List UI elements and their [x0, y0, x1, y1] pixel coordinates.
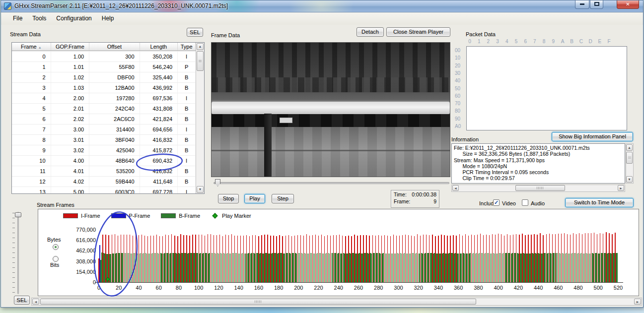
table-row[interactable]: 104.0048B640690,432I — [12, 156, 196, 166]
stream-frames-panel: I-FrameP-FrameB-FramePlay Marker Bytes B… — [38, 209, 639, 296]
cell-frame: 9 — [12, 145, 51, 155]
column-header-type[interactable]: Type — [178, 43, 196, 51]
stream-frames-sel-button[interactable]: SEL — [14, 296, 30, 305]
step-button[interactable]: Step — [272, 194, 294, 203]
scroll-down-icon[interactable]: ▼ — [626, 176, 633, 183]
table-row[interactable]: 52.01242C40431,808B — [12, 104, 196, 114]
trackbar-track[interactable] — [17, 212, 19, 294]
hex-row-header: 50 — [455, 86, 460, 91]
stream-data-sel-button[interactable]: SEL — [187, 28, 203, 37]
scrollbar-thumb[interactable] — [626, 152, 633, 164]
cell-length: 416,832 — [140, 166, 178, 176]
svg-text:460: 460 — [554, 285, 563, 291]
cell-gop-frame: 3.00 — [51, 125, 90, 134]
close-button[interactable]: ✕ — [617, 0, 639, 9]
svg-text:440: 440 — [534, 285, 543, 291]
table-row[interactable]: 62.022AC6C0421,824B — [12, 114, 196, 125]
table-row[interactable]: 135.006003C0697,728I — [12, 187, 196, 193]
info-line: Mode = 1080/24pN — [454, 163, 623, 169]
maximize-icon — [594, 2, 599, 6]
switch-to-time-mode-button[interactable]: Switch to Time Mode — [565, 198, 634, 207]
cell-gop-frame: 1.02 — [51, 72, 90, 82]
menu-item-tools[interactable]: Tools — [27, 13, 51, 25]
maximize-button[interactable] — [590, 0, 603, 9]
menu-item-help[interactable]: Help — [97, 13, 119, 25]
show-big-information-button[interactable]: Show Big Information Panel — [552, 132, 633, 141]
slider-thumb[interactable] — [215, 179, 220, 187]
cell-length: 421,824 — [140, 114, 178, 124]
stream-table-vscrollbar[interactable]: ▲ ▼ — [196, 43, 204, 193]
scroll-left-icon[interactable]: ◄ — [452, 185, 459, 191]
cell-frame: 12 — [12, 177, 51, 187]
menu-item-configuration[interactable]: Configuration — [51, 13, 96, 25]
hex-row-header: A0 — [455, 124, 461, 129]
chart-hscrollbar[interactable]: ◄ ► — [31, 298, 642, 306]
cell-offset: 12BA00 — [89, 83, 140, 93]
hex-column-header: 6 — [522, 39, 528, 44]
play-button[interactable]: Play — [244, 194, 265, 203]
table-row[interactable]: 83.013BF040416,832B — [12, 135, 196, 145]
scrollbar-thumb[interactable] — [515, 185, 565, 191]
information-hscrollbar[interactable]: ◄ ► — [451, 185, 625, 192]
column-header-length[interactable]: Length — [140, 43, 178, 51]
cell-length: 411,648 — [140, 177, 178, 187]
scroll-up-icon[interactable]: ▲ — [197, 43, 204, 50]
stream-frames-chart[interactable]: 0154,000308,000462,000616,000770,0000204… — [38, 209, 639, 296]
cell-gop-frame: 3.02 — [51, 145, 90, 155]
svg-text:180: 180 — [274, 285, 283, 291]
svg-text:40: 40 — [136, 285, 142, 291]
scroll-down-icon[interactable]: ▼ — [197, 186, 204, 193]
table-row[interactable]: 73.00314400694,656I — [12, 125, 196, 135]
zoom-trackbar[interactable] — [12, 211, 22, 295]
cell-type: B — [178, 135, 196, 145]
minimize-button[interactable] — [575, 0, 589, 9]
svg-text:0: 0 — [97, 285, 100, 291]
info-line: Clip Time = 0:00:29.57 — [454, 175, 623, 181]
audio-checkbox[interactable] — [522, 199, 528, 206]
menu-item-file[interactable]: File — [8, 13, 27, 25]
video-frame — [211, 42, 450, 177]
table-row[interactable]: 124.0259B440411,648B — [12, 177, 196, 187]
time-label: Time: — [394, 191, 407, 197]
slider-track[interactable] — [214, 182, 449, 184]
window-title: GHxx StreamParser 2.11 [E:¥2011_12_26¥20… — [14, 2, 228, 9]
scrollbar-thumb[interactable] — [40, 299, 476, 305]
scroll-right-icon[interactable]: ► — [618, 185, 624, 191]
table-row[interactable]: 31.0312BA00436,992B — [12, 83, 196, 93]
cell-length: 690,432 — [140, 156, 178, 166]
cell-offset: 425040 — [89, 145, 140, 155]
cell-type: B — [178, 83, 196, 93]
table-row[interactable]: 93.02425040415,872B — [12, 145, 196, 156]
cell-frame: 11 — [12, 166, 51, 176]
information-label: Information — [451, 136, 479, 142]
svg-text:200: 200 — [294, 285, 303, 291]
cell-offset: 6003C0 — [89, 187, 140, 193]
detach-button[interactable]: Detach — [357, 27, 384, 37]
video-position-slider[interactable] — [213, 178, 450, 187]
cell-type: B — [178, 114, 196, 124]
close-stream-player-button[interactable]: Close Stream Player — [386, 27, 450, 37]
table-row[interactable]: 21.02DBF00325,440B — [12, 72, 196, 83]
column-header-offset[interactable]: Offset — [89, 43, 140, 51]
table-row[interactable]: 114.01535200416,832B — [12, 166, 196, 177]
svg-text:340: 340 — [434, 285, 443, 291]
video-checkbox[interactable]: ✓ — [493, 199, 500, 206]
svg-text:320: 320 — [414, 285, 423, 291]
trackbar-thumb[interactable] — [15, 212, 21, 217]
table-row[interactable]: 11.0155F80546,240P — [12, 62, 196, 72]
stop-button[interactable]: Stop — [218, 194, 239, 203]
column-header-gop-frame[interactable]: GOP.Frame — [51, 43, 90, 51]
scroll-left-icon[interactable]: ◄ — [32, 299, 39, 305]
scrollbar-thumb[interactable] — [197, 51, 204, 71]
information-vscrollbar[interactable]: ▲ ▼ — [626, 143, 634, 184]
video-content-post — [264, 114, 272, 177]
scroll-right-icon[interactable]: ► — [634, 299, 641, 305]
cell-offset: 59B440 — [89, 177, 140, 187]
table-row[interactable]: 42.00197280697,536I — [12, 93, 196, 104]
stream-data-label: Stream Data — [10, 31, 41, 37]
scroll-up-icon[interactable]: ▲ — [626, 144, 633, 151]
table-row[interactable]: 01.00300350,208I — [12, 52, 196, 62]
hex-column-header: A — [560, 39, 566, 44]
column-header-frame[interactable]: Frame▲ — [12, 43, 51, 51]
stream-table-body: 01.00300350,208I11.0155F80546,240P21.02D… — [12, 52, 196, 193]
